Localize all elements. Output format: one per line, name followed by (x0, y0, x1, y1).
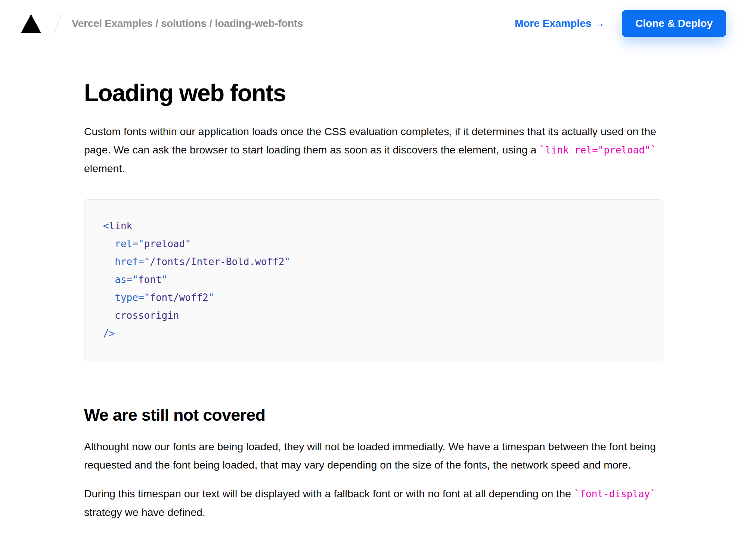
code-block: <link rel="preload" href="/fonts/Inter-B… (84, 199, 663, 361)
inline-code-font-display: `font-display` (574, 488, 656, 500)
p2-text-before: During this timespan our text will be di… (84, 488, 574, 500)
p2-text-after: strategy we have defined. (84, 506, 205, 518)
breadcrumb-divider (53, 13, 62, 34)
header-actions: More Examples → Clone & Deploy (515, 10, 726, 37)
section-paragraph-1: Althought now our fonts are being loaded… (84, 438, 663, 474)
inline-code-link-rel-preload: `link rel="preload"` (539, 144, 656, 156)
section-heading: We are still not covered (84, 405, 663, 425)
intro-text-after: element. (84, 162, 125, 174)
intro-paragraph: Custom fonts within our application load… (84, 122, 663, 178)
site-header: Vercel Examples / solutions / loading-we… (0, 0, 747, 47)
page-title: Loading web fonts (84, 79, 663, 107)
section-paragraph-2: During this timespan our text will be di… (84, 485, 663, 522)
breadcrumb[interactable]: Vercel Examples / solutions / loading-we… (72, 18, 303, 29)
article: Loading web fonts Custom fonts within ou… (84, 47, 663, 522)
vercel-logo-icon[interactable] (21, 14, 41, 33)
clone-deploy-button[interactable]: Clone & Deploy (622, 10, 726, 37)
code-lines: <link rel="preload" href="/fonts/Inter-B… (103, 217, 646, 342)
more-examples-link[interactable]: More Examples → (515, 18, 605, 29)
